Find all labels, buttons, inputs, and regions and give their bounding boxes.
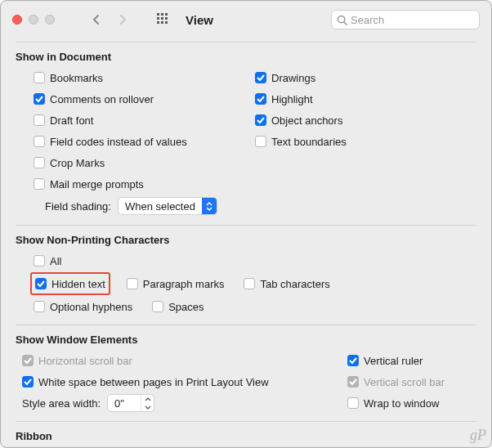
svg-line-10 — [344, 21, 347, 24]
label: Spaces — [168, 301, 204, 313]
checkbox-icon — [255, 93, 266, 105]
bookmarks-option[interactable]: Bookmarks — [34, 69, 255, 86]
label: Optional hyphens — [50, 301, 132, 313]
paragraph-marks-option[interactable]: Paragraph marks — [127, 276, 225, 292]
svg-rect-4 — [161, 17, 163, 20]
label: Comments on rollover — [50, 93, 154, 105]
checkbox-icon — [347, 355, 359, 366]
field-shading-label: Field shading: — [45, 200, 111, 213]
titlebar: View — [1, 1, 491, 38]
svg-rect-5 — [165, 17, 168, 20]
label: Paragraph marks — [143, 278, 225, 290]
checkbox-icon — [244, 278, 255, 289]
object-anchors-option[interactable]: Object anchors — [255, 112, 476, 128]
highlight-annotation: Hidden text — [30, 272, 110, 295]
checkbox-icon — [347, 376, 359, 388]
checkbox-icon — [34, 136, 45, 147]
stepper-value: 0" — [108, 397, 141, 410]
crop-marks-option[interactable]: Crop Marks — [34, 155, 255, 171]
vertical-scroll-option: Vertical scroll bar — [347, 374, 476, 390]
svg-rect-1 — [161, 13, 163, 16]
label: Field codes instead of values — [50, 136, 187, 148]
field-codes-option[interactable]: Field codes instead of values — [34, 133, 255, 150]
section-ribbon: Ribbon Show developer tab Show group tit… — [16, 421, 476, 448]
grid-icon — [157, 13, 170, 26]
checkbox-icon — [255, 114, 266, 126]
select-arrows-icon — [202, 198, 217, 214]
checkbox-icon — [34, 178, 45, 190]
zoom-window-button[interactable] — [45, 15, 55, 25]
highlight-option[interactable]: Highlight — [255, 91, 476, 107]
label: Drawings — [271, 72, 315, 84]
preferences-window: View Show in Document Bookmarks Comments… — [0, 0, 492, 448]
stepper-arrows-icon — [141, 395, 154, 411]
checkbox-icon — [22, 355, 34, 366]
section-title: Show in Document — [16, 51, 476, 63]
minimize-window-button[interactable] — [29, 15, 38, 25]
checkbox-icon — [347, 397, 359, 409]
svg-rect-0 — [157, 13, 159, 16]
field-shading-select[interactable]: When selected — [118, 197, 217, 215]
svg-rect-6 — [157, 21, 159, 24]
checkbox-icon — [34, 114, 45, 126]
style-area-stepper[interactable]: 0" — [107, 394, 154, 412]
drawings-option[interactable]: Drawings — [255, 69, 476, 86]
all-option[interactable]: All — [34, 253, 476, 269]
watermark: gP — [470, 427, 486, 444]
checkbox-icon — [255, 72, 266, 83]
checkbox-icon — [22, 376, 34, 388]
optional-hyphens-option[interactable]: Optional hyphens — [34, 298, 132, 315]
label: Hidden text — [51, 278, 105, 290]
checkbox-icon — [34, 301, 45, 312]
draft-font-option[interactable]: Draft font — [34, 112, 255, 128]
checkbox-icon — [255, 136, 266, 147]
checkbox-icon — [34, 255, 45, 267]
section-non-printing: Show Non-Printing Characters All Hidden … — [16, 225, 476, 325]
label: Text boundaries — [271, 136, 347, 148]
checkbox-icon — [35, 278, 47, 289]
comments-option[interactable]: Comments on rollover — [34, 91, 255, 107]
svg-rect-2 — [165, 13, 168, 16]
style-area-label: Style area width: — [22, 397, 101, 410]
label: Wrap to window — [364, 397, 439, 410]
label: Vertical ruler — [364, 355, 423, 367]
tab-characters-option[interactable]: Tab characters — [244, 276, 329, 292]
section-window-elements: Show Window Elements Horizontal scroll b… — [16, 325, 476, 421]
mail-merge-option[interactable]: Mail merge prompts — [34, 176, 255, 192]
traffic-lights — [12, 15, 55, 25]
show-all-icon[interactable] — [156, 12, 171, 27]
label: All — [50, 255, 61, 267]
label: Vertical scroll bar — [364, 376, 445, 388]
checkbox-icon — [34, 93, 45, 105]
back-button[interactable] — [84, 11, 107, 29]
checkbox-icon — [34, 157, 45, 168]
svg-rect-3 — [157, 17, 159, 20]
hidden-text-option[interactable]: Hidden text — [35, 276, 105, 292]
section-show-in-document: Show in Document Bookmarks Comments on r… — [16, 42, 476, 225]
window-title: View — [186, 13, 213, 27]
white-space-option[interactable]: White space between pages in Print Layou… — [22, 374, 347, 390]
label: Tab characters — [260, 278, 329, 290]
horizontal-scroll-option: Horizontal scroll bar — [22, 352, 347, 369]
search-field[interactable] — [331, 10, 480, 29]
vertical-ruler-option[interactable]: Vertical ruler — [347, 352, 476, 369]
label: Crop Marks — [50, 157, 105, 169]
label: Mail merge prompts — [50, 178, 144, 190]
label: Draft font — [50, 114, 93, 127]
close-window-button[interactable] — [12, 15, 22, 25]
checkbox-icon — [34, 72, 45, 83]
wrap-to-window-option[interactable]: Wrap to window — [347, 395, 476, 411]
chevron-right-icon — [119, 15, 127, 25]
label: Bookmarks — [50, 72, 103, 84]
checkbox-icon — [127, 278, 138, 289]
section-title: Ribbon — [16, 430, 476, 442]
nav-buttons — [84, 11, 135, 29]
label: Horizontal scroll bar — [38, 355, 132, 367]
search-input[interactable] — [351, 14, 474, 26]
forward-button[interactable] — [112, 11, 135, 29]
text-boundaries-option[interactable]: Text boundaries — [255, 133, 476, 150]
chevron-left-icon — [92, 15, 100, 25]
section-title: Show Window Elements — [16, 334, 476, 346]
label: White space between pages in Print Layou… — [38, 376, 269, 388]
spaces-option[interactable]: Spaces — [152, 298, 204, 315]
